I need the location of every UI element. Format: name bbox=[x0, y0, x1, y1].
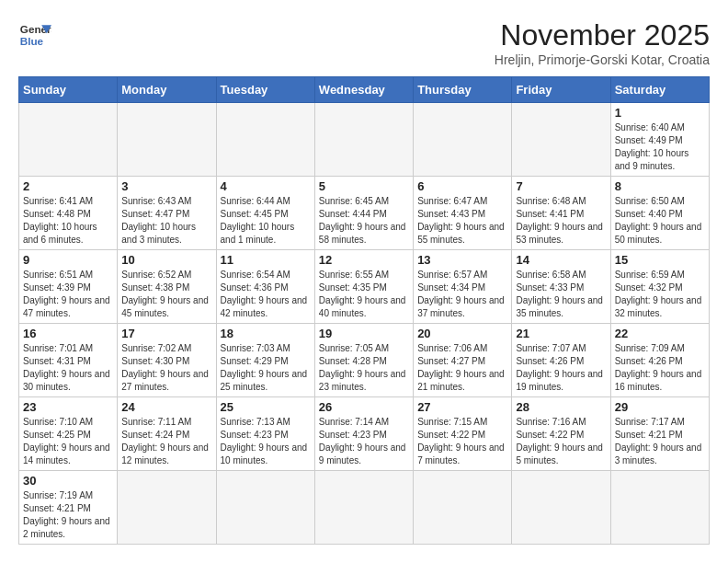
day-info: Sunrise: 6:57 AMSunset: 4:34 PMDaylight:… bbox=[417, 269, 507, 320]
day-info: Sunrise: 6:44 AMSunset: 4:45 PMDaylight:… bbox=[221, 195, 311, 247]
calendar-cell: 15Sunrise: 6:59 AMSunset: 4:32 PMDayligh… bbox=[610, 250, 709, 324]
calendar-cell bbox=[19, 103, 118, 177]
day-number: 17 bbox=[121, 327, 211, 340]
day-number: 13 bbox=[417, 253, 507, 267]
location: Hreljin, Primorje-Gorski Kotar, Croatia bbox=[495, 52, 710, 67]
calendar-cell: 4Sunrise: 6:44 AMSunset: 4:45 PMDaylight… bbox=[216, 177, 314, 250]
day-info: Sunrise: 7:13 AMSunset: 4:23 PMDaylight:… bbox=[221, 416, 311, 467]
calendar-cell: 11Sunrise: 6:54 AMSunset: 4:36 PMDayligh… bbox=[216, 250, 314, 324]
calendar-cell bbox=[216, 103, 314, 177]
day-number: 19 bbox=[319, 327, 409, 340]
day-number: 11 bbox=[221, 253, 311, 267]
calendar-week-row: 1Sunrise: 6:40 AMSunset: 4:49 PMDaylight… bbox=[19, 103, 710, 177]
calendar-cell: 29Sunrise: 7:17 AMSunset: 4:21 PMDayligh… bbox=[610, 397, 709, 471]
day-info: Sunrise: 7:01 AMSunset: 4:31 PMDaylight:… bbox=[23, 342, 113, 394]
calendar-cell: 20Sunrise: 7:06 AMSunset: 4:27 PMDayligh… bbox=[414, 324, 512, 397]
calendar-cell: 12Sunrise: 6:55 AMSunset: 4:35 PMDayligh… bbox=[314, 250, 413, 324]
calendar-cell: 19Sunrise: 7:05 AMSunset: 4:28 PMDayligh… bbox=[314, 324, 413, 397]
calendar-cell: 3Sunrise: 6:43 AMSunset: 4:47 PMDaylight… bbox=[118, 177, 216, 250]
calendar-cell: 2Sunrise: 6:41 AMSunset: 4:48 PMDaylight… bbox=[19, 177, 118, 250]
calendar-cell: 7Sunrise: 6:48 AMSunset: 4:41 PMDaylight… bbox=[512, 177, 610, 250]
calendar-cell: 9Sunrise: 6:51 AMSunset: 4:39 PMDaylight… bbox=[19, 250, 118, 324]
day-info: Sunrise: 6:43 AMSunset: 4:47 PMDaylight:… bbox=[121, 195, 211, 247]
weekday-header-monday: Monday bbox=[118, 77, 216, 103]
day-number: 2 bbox=[23, 179, 113, 193]
day-info: Sunrise: 6:50 AMSunset: 4:40 PMDaylight:… bbox=[615, 195, 705, 247]
day-number: 9 bbox=[23, 253, 113, 267]
day-info: Sunrise: 6:47 AMSunset: 4:43 PMDaylight:… bbox=[417, 195, 507, 247]
weekday-header-saturday: Saturday bbox=[610, 77, 709, 103]
day-info: Sunrise: 6:54 AMSunset: 4:36 PMDaylight:… bbox=[221, 269, 311, 320]
weekday-header-row: SundayMondayTuesdayWednesdayThursdayFrid… bbox=[19, 77, 710, 103]
calendar-cell: 17Sunrise: 7:02 AMSunset: 4:30 PMDayligh… bbox=[118, 324, 216, 397]
day-number: 30 bbox=[23, 474, 113, 488]
logo-icon: General Blue bbox=[18, 18, 51, 52]
day-number: 24 bbox=[121, 400, 211, 414]
calendar-cell bbox=[414, 103, 512, 177]
day-info: Sunrise: 7:09 AMSunset: 4:26 PMDaylight:… bbox=[615, 342, 705, 394]
day-info: Sunrise: 6:58 AMSunset: 4:33 PMDaylight:… bbox=[516, 269, 606, 320]
weekday-header-sunday: Sunday bbox=[19, 77, 118, 103]
day-number: 1 bbox=[615, 106, 705, 120]
svg-text:Blue: Blue bbox=[20, 35, 44, 47]
day-number: 26 bbox=[319, 400, 409, 414]
calendar-cell bbox=[610, 471, 709, 545]
day-number: 23 bbox=[23, 400, 113, 414]
calendar-cell: 23Sunrise: 7:10 AMSunset: 4:25 PMDayligh… bbox=[19, 397, 118, 471]
day-info: Sunrise: 7:11 AMSunset: 4:24 PMDaylight:… bbox=[121, 416, 211, 467]
day-info: Sunrise: 6:51 AMSunset: 4:39 PMDaylight:… bbox=[23, 269, 113, 320]
day-info: Sunrise: 7:05 AMSunset: 4:28 PMDaylight:… bbox=[319, 342, 409, 394]
calendar-cell: 13Sunrise: 6:57 AMSunset: 4:34 PMDayligh… bbox=[414, 250, 512, 324]
day-number: 25 bbox=[221, 400, 311, 414]
calendar-cell bbox=[314, 471, 413, 545]
day-number: 7 bbox=[516, 179, 606, 193]
calendar-cell: 28Sunrise: 7:16 AMSunset: 4:22 PMDayligh… bbox=[512, 397, 610, 471]
calendar-week-row: 16Sunrise: 7:01 AMSunset: 4:31 PMDayligh… bbox=[19, 324, 710, 397]
day-info: Sunrise: 7:03 AMSunset: 4:29 PMDaylight:… bbox=[221, 342, 311, 394]
weekday-header-wednesday: Wednesday bbox=[314, 77, 413, 103]
day-info: Sunrise: 6:59 AMSunset: 4:32 PMDaylight:… bbox=[615, 269, 705, 320]
calendar-week-row: 30Sunrise: 7:19 AMSunset: 4:21 PMDayligh… bbox=[19, 471, 710, 545]
day-number: 8 bbox=[615, 179, 705, 193]
weekday-header-tuesday: Tuesday bbox=[216, 77, 314, 103]
calendar-cell: 22Sunrise: 7:09 AMSunset: 4:26 PMDayligh… bbox=[610, 324, 709, 397]
calendar-cell: 14Sunrise: 6:58 AMSunset: 4:33 PMDayligh… bbox=[512, 250, 610, 324]
day-info: Sunrise: 6:41 AMSunset: 4:48 PMDaylight:… bbox=[23, 195, 113, 247]
calendar-week-row: 9Sunrise: 6:51 AMSunset: 4:39 PMDaylight… bbox=[19, 250, 710, 324]
day-number: 6 bbox=[417, 179, 507, 193]
day-info: Sunrise: 6:52 AMSunset: 4:38 PMDaylight:… bbox=[121, 269, 211, 320]
day-number: 16 bbox=[23, 327, 113, 340]
calendar-cell bbox=[512, 471, 610, 545]
day-number: 3 bbox=[121, 179, 211, 193]
calendar-week-row: 2Sunrise: 6:41 AMSunset: 4:48 PMDaylight… bbox=[19, 177, 710, 250]
day-info: Sunrise: 7:15 AMSunset: 4:22 PMDaylight:… bbox=[417, 416, 507, 467]
calendar-cell: 27Sunrise: 7:15 AMSunset: 4:22 PMDayligh… bbox=[414, 397, 512, 471]
day-info: Sunrise: 6:45 AMSunset: 4:44 PMDaylight:… bbox=[319, 195, 409, 247]
day-number: 28 bbox=[516, 400, 606, 414]
day-info: Sunrise: 6:40 AMSunset: 4:49 PMDaylight:… bbox=[615, 121, 705, 173]
calendar-cell bbox=[118, 103, 216, 177]
calendar-cell: 24Sunrise: 7:11 AMSunset: 4:24 PMDayligh… bbox=[118, 397, 216, 471]
day-info: Sunrise: 7:02 AMSunset: 4:30 PMDaylight:… bbox=[121, 342, 211, 394]
calendar-cell: 30Sunrise: 7:19 AMSunset: 4:21 PMDayligh… bbox=[19, 471, 118, 545]
calendar-cell: 8Sunrise: 6:50 AMSunset: 4:40 PMDaylight… bbox=[610, 177, 709, 250]
day-info: Sunrise: 7:06 AMSunset: 4:27 PMDaylight:… bbox=[417, 342, 507, 394]
day-info: Sunrise: 6:48 AMSunset: 4:41 PMDaylight:… bbox=[516, 195, 606, 247]
day-number: 20 bbox=[417, 327, 507, 340]
day-number: 14 bbox=[516, 253, 606, 267]
logo: General Blue bbox=[18, 18, 51, 52]
calendar-cell bbox=[512, 103, 610, 177]
month-title: November 2025 bbox=[495, 18, 710, 52]
day-info: Sunrise: 7:14 AMSunset: 4:23 PMDaylight:… bbox=[319, 416, 409, 467]
calendar-cell: 25Sunrise: 7:13 AMSunset: 4:23 PMDayligh… bbox=[216, 397, 314, 471]
calendar-cell: 18Sunrise: 7:03 AMSunset: 4:29 PMDayligh… bbox=[216, 324, 314, 397]
calendar-cell bbox=[414, 471, 512, 545]
weekday-header-thursday: Thursday bbox=[414, 77, 512, 103]
calendar-table: SundayMondayTuesdayWednesdayThursdayFrid… bbox=[18, 76, 710, 545]
page-header: General Blue November 2025 Hreljin, Prim… bbox=[18, 18, 710, 67]
day-info: Sunrise: 7:17 AMSunset: 4:21 PMDaylight:… bbox=[615, 416, 705, 467]
day-info: Sunrise: 7:16 AMSunset: 4:22 PMDaylight:… bbox=[516, 416, 606, 467]
day-number: 27 bbox=[417, 400, 507, 414]
day-number: 15 bbox=[615, 253, 705, 267]
day-number: 18 bbox=[221, 327, 311, 340]
